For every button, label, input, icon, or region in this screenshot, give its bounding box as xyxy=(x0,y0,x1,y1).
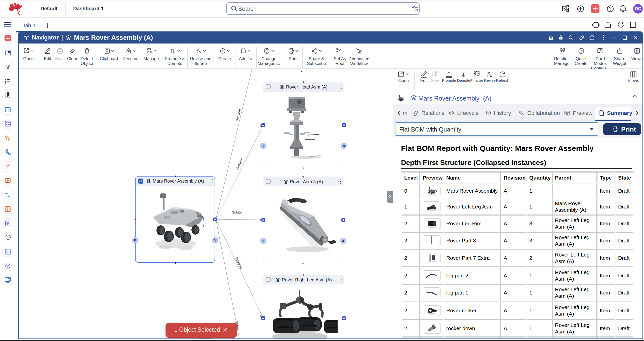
svg-text:Subitem: Subitem xyxy=(232,210,245,214)
svg-text:Subitem: Subitem xyxy=(235,109,242,122)
svg-text:Subitem: Subitem xyxy=(235,158,244,170)
